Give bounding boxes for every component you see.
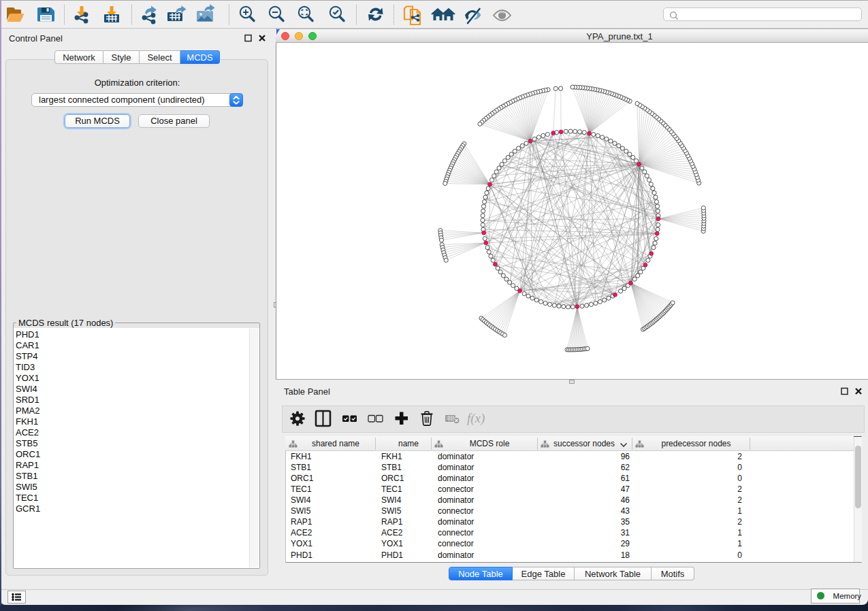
svg-text:f(x): f(x) bbox=[467, 411, 485, 426]
